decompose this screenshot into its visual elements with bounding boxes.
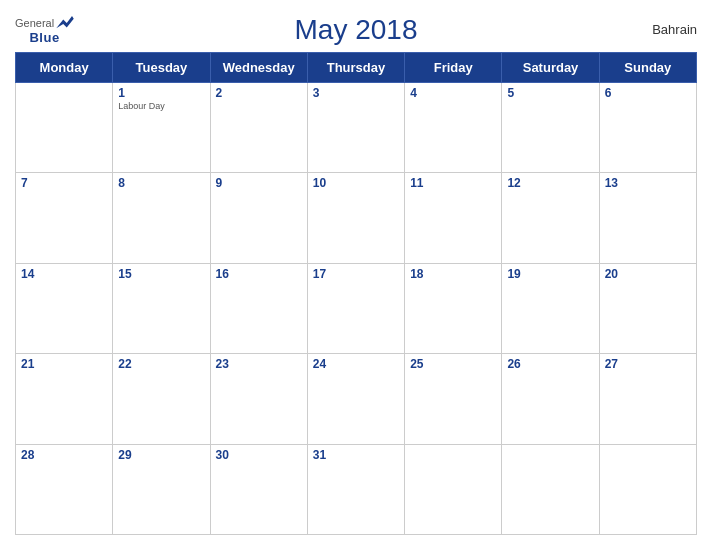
day-number: 15 [118,267,204,281]
day-number: 8 [118,176,204,190]
calendar-cell: 2 [210,83,307,173]
calendar-cell: 1Labour Day [113,83,210,173]
day-number: 21 [21,357,107,371]
calendar-cell: 21 [16,354,113,444]
day-number: 1 [118,86,204,100]
day-number: 19 [507,267,593,281]
day-number: 13 [605,176,691,190]
calendar-cell: 22 [113,354,210,444]
day-number: 9 [216,176,302,190]
weekday-header-monday: Monday [16,53,113,83]
calendar-cell: 26 [502,354,599,444]
calendar-cell: 20 [599,263,696,353]
day-number: 10 [313,176,399,190]
calendar-cell: 9 [210,173,307,263]
day-number: 18 [410,267,496,281]
calendar-cell: 25 [405,354,502,444]
calendar-cell [16,83,113,173]
calendar-week-5: 28293031 [16,444,697,534]
weekday-header-wednesday: Wednesday [210,53,307,83]
calendar-cell: 17 [307,263,404,353]
svg-marker-0 [56,16,74,28]
calendar-body: 1Labour Day23456789101112131415161718192… [16,83,697,535]
day-number: 23 [216,357,302,371]
calendar-cell: 30 [210,444,307,534]
logo-blue-text: Blue [29,30,59,45]
calendar-cell: 7 [16,173,113,263]
calendar-cell: 6 [599,83,696,173]
calendar-cell: 28 [16,444,113,534]
day-number: 31 [313,448,399,462]
day-number: 27 [605,357,691,371]
calendar-cell: 10 [307,173,404,263]
day-number: 12 [507,176,593,190]
day-number: 14 [21,267,107,281]
calendar-cell: 31 [307,444,404,534]
calendar-cell: 3 [307,83,404,173]
weekday-header-sunday: Sunday [599,53,696,83]
calendar-header: General Blue May 2018 Bahrain [15,14,697,46]
day-number: 30 [216,448,302,462]
day-number: 5 [507,86,593,100]
calendar-table: MondayTuesdayWednesdayThursdayFridaySatu… [15,52,697,535]
calendar-cell: 14 [16,263,113,353]
day-number: 17 [313,267,399,281]
calendar-week-3: 14151617181920 [16,263,697,353]
logo-bird-icon [56,16,74,30]
calendar-cell: 15 [113,263,210,353]
calendar-cell: 13 [599,173,696,263]
calendar-cell: 24 [307,354,404,444]
day-number: 4 [410,86,496,100]
day-number: 7 [21,176,107,190]
calendar-cell [405,444,502,534]
calendar-cell: 18 [405,263,502,353]
calendar-cell: 19 [502,263,599,353]
weekday-header-tuesday: Tuesday [113,53,210,83]
logo: General Blue [15,16,74,45]
day-number: 16 [216,267,302,281]
day-number: 25 [410,357,496,371]
country-label: Bahrain [652,22,697,37]
weekday-header-thursday: Thursday [307,53,404,83]
logo-general-text: General [15,17,54,29]
calendar-header-row: MondayTuesdayWednesdayThursdayFridaySatu… [16,53,697,83]
day-number: 24 [313,357,399,371]
holiday-label: Labour Day [118,101,204,111]
calendar-title: May 2018 [295,14,418,46]
day-number: 11 [410,176,496,190]
calendar-cell [502,444,599,534]
day-number: 2 [216,86,302,100]
day-number: 20 [605,267,691,281]
weekday-header-saturday: Saturday [502,53,599,83]
day-number: 22 [118,357,204,371]
calendar-cell: 16 [210,263,307,353]
calendar-week-4: 21222324252627 [16,354,697,444]
calendar-cell: 8 [113,173,210,263]
calendar-week-1: 1Labour Day23456 [16,83,697,173]
calendar-cell: 5 [502,83,599,173]
calendar-cell: 27 [599,354,696,444]
weekday-header-friday: Friday [405,53,502,83]
day-number: 28 [21,448,107,462]
day-number: 29 [118,448,204,462]
calendar-cell: 23 [210,354,307,444]
calendar-week-2: 78910111213 [16,173,697,263]
day-number: 6 [605,86,691,100]
calendar-cell: 11 [405,173,502,263]
day-number: 3 [313,86,399,100]
calendar-cell: 29 [113,444,210,534]
calendar-cell: 12 [502,173,599,263]
calendar-cell: 4 [405,83,502,173]
day-number: 26 [507,357,593,371]
calendar-cell [599,444,696,534]
